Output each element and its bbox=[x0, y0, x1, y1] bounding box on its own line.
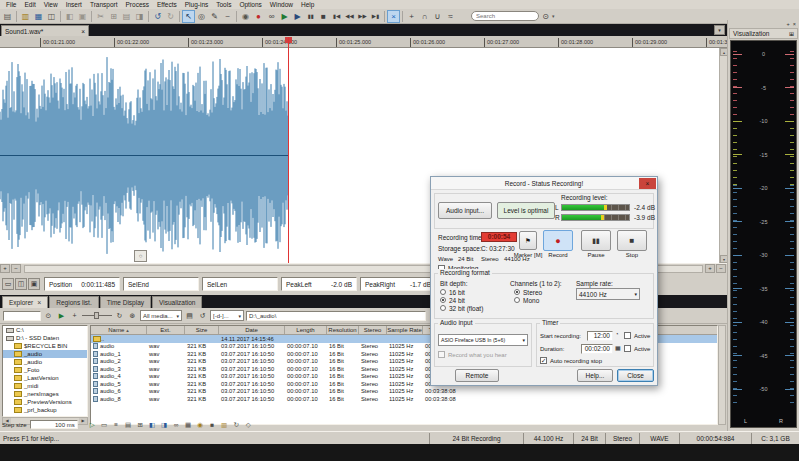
open-folder-icon[interactable]: ▥ bbox=[219, 419, 230, 430]
level-optimal-button[interactable]: Level is optimal bbox=[497, 202, 555, 219]
tree-item-previewversions[interactable]: _PreviewVersions bbox=[3, 398, 87, 406]
column-header-date[interactable]: Date bbox=[219, 326, 285, 334]
preview-stop-icon[interactable]: ▭ bbox=[99, 419, 110, 430]
new-file-icon[interactable]: ▤ bbox=[1, 10, 14, 23]
gear-icon[interactable]: ⊛ bbox=[127, 310, 138, 321]
pause-button[interactable]: ▮▮ bbox=[581, 230, 611, 251]
selend-field[interactable]: SelEnd bbox=[123, 277, 199, 291]
menu-window[interactable]: Window bbox=[266, 1, 297, 8]
tree-item-audio[interactable]: _audio bbox=[3, 358, 87, 366]
explorer-search-input[interactable] bbox=[3, 311, 41, 321]
menu-plug-ins[interactable]: Plug-ins bbox=[181, 1, 212, 8]
column-header-stereo[interactable]: Stereo bbox=[359, 326, 387, 334]
record-button[interactable]: ● bbox=[543, 230, 573, 251]
dialog-title-bar[interactable]: Record - Status Recording! bbox=[431, 177, 657, 190]
audio-device-select[interactable]: ASIO Fireface USB In (5+6) ▾ bbox=[438, 334, 528, 346]
menu-process[interactable]: Process bbox=[122, 1, 153, 8]
region-tool-icon[interactable]: ◨ bbox=[159, 419, 170, 430]
snapshot-icon[interactable]: ▣ bbox=[76, 10, 89, 23]
visualization-header[interactable]: Visualization ⊞ bbox=[729, 28, 798, 39]
duration-input[interactable]: 00:02:00 bbox=[581, 344, 613, 354]
view-mode-3-icon[interactable]: ▣ bbox=[28, 278, 40, 290]
auto-ripple-icon[interactable]: ≈ bbox=[444, 10, 457, 23]
peakright-field[interactable]: PeakRight -1.7 dB bbox=[360, 277, 436, 291]
rewind-icon[interactable]: ◀◀ bbox=[343, 10, 356, 23]
find-icon[interactable]: ⊙ bbox=[539, 10, 552, 23]
record-prepare-icon[interactable]: ◉ bbox=[239, 10, 252, 23]
remote-button[interactable]: Remote bbox=[455, 369, 499, 382]
cut-icon[interactable]: ✂ bbox=[94, 10, 107, 23]
bit-depth-32-bit-float[interactable]: 32 bit (float) bbox=[440, 304, 483, 312]
view-list-icon[interactable]: ≡ bbox=[111, 419, 122, 430]
record-icon[interactable]: ● bbox=[252, 10, 265, 23]
magnify-icon[interactable]: ◎ bbox=[195, 10, 208, 23]
table-vertical-scrollbar[interactable] bbox=[718, 325, 726, 425]
play-all-icon[interactable]: ▶ bbox=[278, 10, 291, 23]
start-active-checkbox[interactable]: Active bbox=[624, 332, 650, 339]
timeline-ruler[interactable]: 00:01:21.00000:01:22.00000:01:23.00000:0… bbox=[0, 36, 727, 48]
close-icon[interactable]: × bbox=[81, 28, 85, 35]
explorer-find-icon[interactable]: ⊙ bbox=[43, 310, 54, 321]
view-thumbs-icon[interactable]: ⊞ bbox=[135, 419, 146, 430]
media-filter-select[interactable]: All media... ▾ bbox=[140, 310, 182, 321]
menu-help[interactable]: Help bbox=[297, 1, 318, 8]
dock-tab-explorer[interactable]: Explorer× bbox=[2, 296, 48, 308]
step-size-input[interactable] bbox=[30, 420, 78, 429]
document-tab[interactable]: Sound1.wav* × bbox=[1, 25, 89, 36]
duration-active-checkbox[interactable]: Active bbox=[624, 345, 650, 352]
column-header-sample-rate[interactable]: Sample Rate bbox=[387, 326, 423, 334]
tree-item-c[interactable]: C:\ bbox=[3, 326, 87, 334]
stop-button[interactable]: ■ bbox=[617, 230, 647, 251]
close-icon[interactable]: × bbox=[793, 21, 796, 28]
preview-play-icon[interactable]: ▷ bbox=[87, 419, 98, 430]
zoom-out-right-button[interactable]: − bbox=[716, 264, 726, 273]
bit-depth-24-bit[interactable]: 24 bit bbox=[440, 296, 483, 304]
audio-input-button[interactable]: Audio input... bbox=[438, 202, 492, 219]
stop-icon[interactable]: ■ bbox=[317, 10, 330, 23]
play-icon[interactable]: ▶ bbox=[291, 10, 304, 23]
copy-icon[interactable]: ⊞ bbox=[107, 10, 120, 23]
back-icon[interactable]: ↺ bbox=[197, 310, 208, 321]
auto-recording-stop-checkbox[interactable]: ✓ Auto recording stop bbox=[540, 357, 602, 364]
snap-grid-icon[interactable]: ▦ bbox=[183, 419, 194, 430]
help-button[interactable]: Help... bbox=[577, 369, 613, 382]
mix-icon[interactable]: ◨ bbox=[133, 10, 146, 23]
new-folder-icon[interactable]: ▤ bbox=[184, 310, 195, 321]
clock-icon[interactable]: ◔ bbox=[615, 331, 619, 337]
tree-item-recycle-bin[interactable]: $RECYCLE BIN bbox=[3, 342, 87, 350]
record-what-you-hear-checkbox[interactable]: Record what you hear bbox=[438, 351, 507, 358]
view-details-icon[interactable]: ▤ bbox=[123, 419, 134, 430]
tree-item-prl-backup[interactable]: _prl_backup bbox=[3, 406, 87, 414]
crosshair-icon[interactable]: + bbox=[405, 10, 418, 23]
marker-tool-icon[interactable]: ◧ bbox=[147, 419, 158, 430]
bit-depth-16-bit[interactable]: 16 bit bbox=[440, 288, 483, 296]
duration-picker-icon[interactable]: ▦ bbox=[615, 344, 621, 351]
close-icon[interactable]: × bbox=[37, 299, 41, 306]
dock-tab-regions-list[interactable]: Regions list. bbox=[49, 296, 98, 308]
tree-item-foto[interactable]: _Foto bbox=[3, 366, 87, 374]
menu-effects[interactable]: Effects bbox=[153, 1, 181, 8]
tree-item-nersimages[interactable]: _nersImages bbox=[3, 390, 87, 398]
dock-tab-visualization[interactable]: Visualization bbox=[152, 296, 202, 308]
sample-rate-select[interactable]: 44100 Hz ▾ bbox=[576, 288, 640, 300]
find-caret-icon[interactable]: ▾ bbox=[552, 13, 555, 19]
magnet-icon[interactable]: ∩ bbox=[418, 10, 431, 23]
close-button[interactable]: Close bbox=[617, 369, 654, 382]
paste-icon[interactable]: ▤ bbox=[120, 10, 133, 23]
file-row[interactable]: audio_6wav321 KB03.07.2017 16:10:5000:00… bbox=[91, 388, 717, 396]
dialog-close-button[interactable]: × bbox=[639, 178, 656, 189]
stop-preview-icon[interactable]: ■ bbox=[207, 419, 218, 430]
menu-options[interactable]: Options bbox=[235, 1, 265, 8]
menu-transport[interactable]: Transport bbox=[86, 1, 122, 8]
go-to-end-icon[interactable]: ▶▮ bbox=[369, 10, 382, 23]
tab-list-button[interactable]: ▾ bbox=[714, 25, 725, 35]
search-input[interactable] bbox=[471, 11, 539, 21]
column-header-resolution[interactable]: Resolution bbox=[327, 326, 359, 334]
column-header-ext[interactable]: Ext. bbox=[147, 326, 185, 334]
view-mode-1-icon[interactable]: ▭ bbox=[2, 278, 14, 290]
dock-tab-time-display[interactable]: Time Display bbox=[100, 296, 151, 308]
undo-icon[interactable]: ↺ bbox=[151, 10, 164, 23]
loop-region-icon[interactable]: ∞ bbox=[171, 419, 182, 430]
tree-item-audio[interactable]: _audio bbox=[3, 350, 87, 358]
column-header-size[interactable]: Size bbox=[185, 326, 219, 334]
